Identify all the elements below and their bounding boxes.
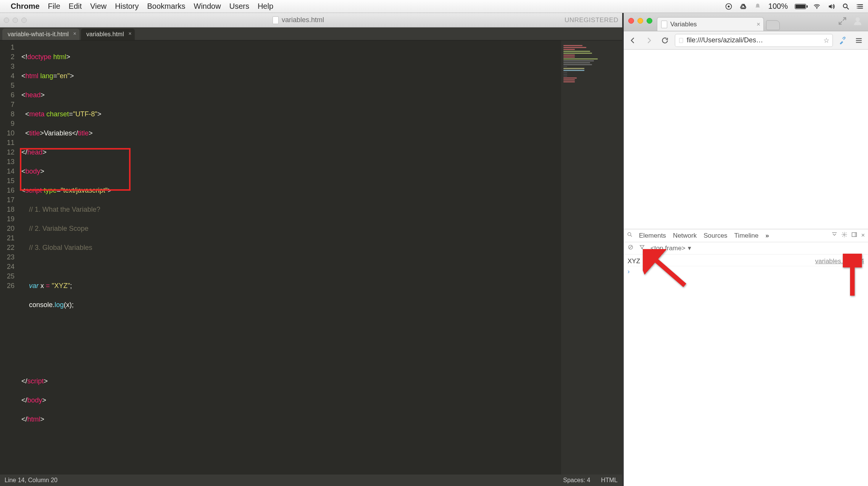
console-filterbar: <top frame> ▾ <box>624 242 868 254</box>
window-close-icon[interactable] <box>628 18 634 24</box>
menubar-app-name[interactable]: Chrome <box>11 2 40 11</box>
menu-file[interactable]: File <box>48 2 60 11</box>
unregistered-label: UNREGISTERED <box>565 16 618 24</box>
console-log-source-link[interactable]: variables.html:14 <box>815 257 864 265</box>
page-icon <box>661 21 667 28</box>
status-syntax[interactable]: HTML <box>601 477 618 484</box>
devtools-tab-overflow-icon[interactable]: » <box>765 232 770 240</box>
profile-avatar-icon[interactable] <box>853 16 863 26</box>
wifi-icon[interactable] <box>813 3 821 10</box>
menu-view[interactable]: View <box>90 2 106 11</box>
sublime-window: variables.html UNREGISTERED variable-wha… <box>0 13 624 486</box>
editor-area[interactable]: 1234567891011121314151617181920212223242… <box>0 40 622 475</box>
spotlight-icon[interactable] <box>842 3 850 10</box>
back-button[interactable] <box>627 34 639 47</box>
devtools-search-icon[interactable] <box>627 232 633 240</box>
svg-point-14 <box>857 8 858 8</box>
chevron-down-icon: ▾ <box>688 244 691 252</box>
fullscreen-icon[interactable] <box>837 16 847 26</box>
window-minimize-icon[interactable] <box>13 18 18 23</box>
console-output-area[interactable]: XYZ variables.html:14 › <box>624 254 868 486</box>
svg-point-23 <box>844 234 845 235</box>
bookmark-star-icon[interactable]: ☆ <box>823 36 829 45</box>
menu-history[interactable]: History <box>115 2 139 11</box>
battery-icon <box>795 4 806 9</box>
frame-selector[interactable]: <top frame> ▾ <box>650 244 691 252</box>
menu-bookmarks[interactable]: Bookmarks <box>147 2 186 11</box>
svg-rect-19 <box>856 42 862 43</box>
sublime-titlebar[interactable]: variables.html UNREGISTERED <box>0 13 622 27</box>
chrome-toolbar: file:///Users/azizali/Des… ☆ <box>624 31 868 50</box>
minimap[interactable] <box>561 40 622 475</box>
notification-center-icon[interactable] <box>857 3 864 10</box>
devtools-close-icon[interactable]: × <box>861 232 865 240</box>
sublime-tab-inactive[interactable]: variable-what-is-it.html × <box>2 29 79 40</box>
frame-selector-label: <top frame> <box>650 245 686 252</box>
screencast-icon[interactable] <box>725 3 732 10</box>
chrome-menu-icon[interactable] <box>853 34 865 47</box>
svg-point-7 <box>843 4 847 8</box>
chrome-tab[interactable]: Variables × <box>657 17 764 31</box>
tab-label: variables.html <box>86 31 124 38</box>
reload-button[interactable] <box>659 34 671 47</box>
window-close-icon[interactable] <box>4 18 9 23</box>
window-zoom-icon[interactable] <box>647 18 652 24</box>
sublime-title-filename: variables.html <box>282 16 324 24</box>
window-zoom-icon[interactable] <box>21 18 27 23</box>
battery-percent: 100% <box>768 2 788 11</box>
menu-window[interactable]: Window <box>194 2 221 11</box>
chrome-tabstrip: Variables × <box>624 13 868 31</box>
svg-rect-10 <box>858 6 863 6</box>
tab-label: variable-what-is-it.html <box>8 31 69 38</box>
filter-icon[interactable] <box>639 244 645 252</box>
close-icon[interactable]: × <box>129 31 132 36</box>
forward-button[interactable] <box>643 34 655 47</box>
devtools-tab-network[interactable]: Network <box>672 232 697 240</box>
menu-edit[interactable]: Edit <box>69 2 82 11</box>
devtools-tab-elements[interactable]: Elements <box>638 232 667 240</box>
window-minimize-icon[interactable] <box>637 18 643 24</box>
svg-point-5 <box>816 8 818 9</box>
line-number-gutter: 1234567891011121314151617181920212223242… <box>0 40 18 475</box>
sublime-tab-active[interactable]: variables.html × <box>81 29 135 40</box>
svg-rect-25 <box>855 233 857 237</box>
console-log-row: XYZ variables.html:14 <box>628 257 864 266</box>
svg-line-27 <box>629 246 632 249</box>
console-log-message: XYZ <box>628 257 640 265</box>
sublime-statusbar: Line 14, Column 20 Spaces: 4 HTML <box>0 475 622 486</box>
close-icon[interactable]: × <box>757 21 760 28</box>
settings-gear-icon[interactable] <box>841 232 847 240</box>
mac-menubar: Chrome File Edit View History Bookmarks … <box>0 0 868 13</box>
status-indent[interactable]: Spaces: 4 <box>563 477 590 484</box>
svg-line-21 <box>631 235 632 237</box>
dock-side-icon[interactable] <box>851 232 857 240</box>
chrome-tab-title: Variables <box>670 21 697 28</box>
code-content[interactable]: <!doctype html> <html lang="en"> <head> … <box>18 40 561 475</box>
menu-help[interactable]: Help <box>258 2 273 11</box>
sublime-tabs: variable-what-is-it.html × variables.htm… <box>0 27 622 40</box>
extension-eyedropper-icon[interactable] <box>837 34 849 47</box>
address-bar[interactable]: file:///Users/azizali/Des… ☆ <box>675 34 833 47</box>
clear-console-icon[interactable] <box>628 244 634 252</box>
url-text: file:///Users/azizali/Des… <box>687 36 763 44</box>
volume-icon[interactable] <box>828 3 835 10</box>
svg-rect-18 <box>856 40 862 41</box>
svg-point-12 <box>857 4 858 5</box>
devtools-tab-sources[interactable]: Sources <box>703 232 728 240</box>
svg-point-20 <box>628 233 631 236</box>
notifications-icon[interactable] <box>754 3 762 10</box>
menu-users[interactable]: Users <box>229 2 249 11</box>
new-tab-button[interactable] <box>766 20 780 30</box>
svg-marker-6 <box>829 4 832 9</box>
toggle-drawer-icon[interactable] <box>831 232 837 240</box>
google-drive-icon[interactable] <box>739 3 747 10</box>
devtools-tabbar: Elements Network Sources Timeline » × <box>624 229 868 242</box>
devtools-panel: Elements Network Sources Timeline » × <box>624 229 868 486</box>
chrome-window: Variables × <box>624 13 868 486</box>
document-icon <box>273 16 279 24</box>
close-icon[interactable]: × <box>73 31 76 36</box>
svg-rect-11 <box>858 8 863 8</box>
svg-point-15 <box>856 17 860 21</box>
console-prompt-icon[interactable]: › <box>628 266 864 275</box>
devtools-tab-timeline[interactable]: Timeline <box>734 232 760 240</box>
